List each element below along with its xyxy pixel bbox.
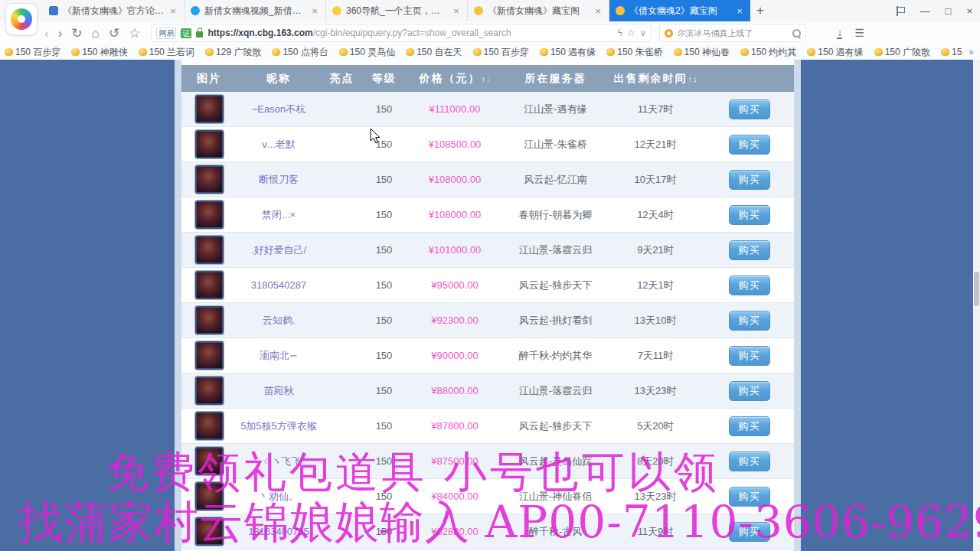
col-header-nickname[interactable]: 昵称 — [237, 72, 321, 86]
close-button[interactable]: × — [966, 6, 972, 16]
bookmark-item[interactable]: 150 自在天 — [406, 46, 462, 59]
character-avatar[interactable] — [195, 306, 224, 334]
bookmark-item[interactable]: 150 朱雀桥 — [606, 46, 662, 59]
buy-button[interactable]: 购买 — [729, 452, 770, 471]
col-header-time[interactable]: 出售剩余时间↑↓ — [606, 72, 704, 86]
buy-button[interactable]: 购买 — [729, 346, 770, 366]
favorites-star-icon[interactable]: ☆ — [129, 27, 140, 40]
buy-button[interactable]: 购买 — [729, 487, 770, 507]
character-avatar[interactable] — [195, 95, 224, 123]
dropdown-caret-icon[interactable]: ∨ — [640, 28, 647, 38]
character-avatar[interactable] — [195, 482, 224, 510]
browser-tab[interactable]: 360导航_一个主页，整个世界× — [326, 0, 468, 21]
lightning-icon[interactable]: ϟ — [617, 28, 622, 38]
nickname-link[interactable]: 禁闭...× — [237, 208, 321, 222]
search-box[interactable]: 尔滨冰马俑真上线了 — [659, 24, 806, 42]
browser-logo-icon[interactable] — [5, 3, 38, 35]
nickname-link[interactable]: 断恨刀客 — [237, 173, 321, 187]
nickname-link[interactable]: 苗宛秋 — [237, 384, 321, 398]
nickname-link[interactable]: ~Eason不杭 — [237, 103, 321, 116]
bookmark-item[interactable]: 150 点将台 — [272, 46, 328, 59]
theme-flag-icon[interactable] — [897, 6, 905, 16]
col-header-level[interactable]: 等级 — [363, 72, 405, 86]
character-avatar[interactable] — [195, 517, 224, 546]
bookmarks-overflow-icon[interactable]: » — [962, 47, 980, 57]
bookmark-item[interactable]: 150 广陵散 — [874, 46, 930, 59]
tab-close-icon[interactable]: × — [735, 5, 744, 17]
nickname-link[interactable]: ν...老默 — [237, 138, 321, 152]
search-icon[interactable] — [792, 29, 801, 37]
scrollbar-thumb[interactable] — [974, 272, 979, 306]
buy-button[interactable]: 购买 — [729, 240, 770, 260]
buy-button[interactable]: 购买 — [729, 416, 770, 436]
buy-button[interactable]: 购买 — [729, 276, 770, 295]
search-input[interactable]: 尔滨冰马俑真上线了 — [677, 28, 789, 39]
url-text[interactable]: https://xqn.cbg.163.com/cgi-bin/equipque… — [207, 28, 612, 38]
buy-button[interactable]: 购买 — [729, 99, 770, 119]
character-avatar[interactable] — [195, 130, 224, 158]
nickname-link[interactable]: 湎南北∽ — [237, 349, 321, 363]
bookmark-item[interactable]: 150 灼灼其 — [740, 46, 796, 59]
bookmark-item[interactable]: 150 神仙眷 — [674, 46, 730, 59]
col-header-image[interactable]: 图片 — [181, 72, 237, 86]
bookmark-item[interactable]: 129 广陵散 — [205, 46, 261, 59]
character-avatar[interactable] — [195, 377, 224, 405]
sort-down-icon[interactable]: ↓ — [693, 74, 697, 83]
browser-tab[interactable]: 新倩女幽魂视频_新倩女幽魂× — [185, 0, 326, 21]
browser-tab[interactable]: 《倩女幽魂2》藏宝阁× — [609, 0, 750, 21]
character-avatar[interactable] — [195, 271, 224, 299]
bookmark-item[interactable]: 150 灵岛仙 — [339, 46, 395, 59]
home-button[interactable]: ⌂ — [92, 27, 100, 40]
bookmark-item[interactable]: 150 遇有缘 — [540, 46, 596, 59]
tab-close-icon[interactable]: × — [310, 5, 319, 17]
restore-button[interactable]: ↺ — [109, 27, 119, 40]
nickname-link[interactable]: .好好爱自己/ — [237, 243, 321, 257]
nickname-link[interactable]: 5加5核5方弹衣猴 — [237, 419, 321, 433]
scrollbar[interactable] — [973, 60, 980, 551]
character-avatar[interactable] — [195, 201, 224, 229]
buy-button[interactable]: 购买 — [729, 522, 770, 542]
nickname-link[interactable]: 3180540287 — [237, 279, 321, 291]
new-tab-button[interactable]: + — [750, 0, 770, 21]
bookmark-item[interactable]: 150 遇有缘 — [807, 46, 863, 59]
forward-button[interactable]: › — [58, 27, 63, 40]
bookmark-item[interactable]: 150 百步穿 — [5, 46, 60, 59]
sort-up-icon[interactable]: ↑ — [688, 74, 693, 83]
tab-close-icon[interactable]: × — [593, 5, 603, 17]
tab-close-icon[interactable]: × — [168, 5, 178, 17]
col-header-price[interactable]: 价格（元）↑↓ — [405, 72, 505, 86]
minimize-button[interactable]: — — [920, 6, 930, 16]
tab-close-icon[interactable]: × — [452, 5, 461, 17]
buy-button[interactable]: 购买 — [729, 170, 770, 190]
refresh-button[interactable]: ↻ — [71, 27, 82, 40]
bookmark-star-icon[interactable]: ☆ — [627, 28, 635, 38]
col-header-server[interactable]: 所在服务器 — [505, 72, 606, 86]
col-header-highlight[interactable]: 亮点 — [321, 72, 363, 86]
buy-button[interactable]: 购买 — [729, 205, 770, 225]
character-avatar[interactable] — [195, 236, 224, 264]
bookmark-item[interactable]: 150 兰若词 — [139, 46, 194, 59]
address-bar[interactable]: 网易 证 https://xqn.cbg.163.com/cgi-bin/equ… — [151, 24, 652, 42]
bookmark-item[interactable]: 150 百步穿 — [473, 46, 529, 59]
sort-down-icon[interactable]: ↓ — [486, 74, 491, 83]
back-button[interactable]: ‹ — [44, 27, 49, 40]
download-icon[interactable]: ↓ — [837, 27, 842, 39]
character-avatar[interactable] — [195, 447, 224, 475]
buy-button[interactable]: 购买 — [729, 311, 770, 331]
character-avatar[interactable] — [195, 341, 224, 370]
buy-button[interactable]: 购买 — [729, 135, 770, 155]
character-avatar[interactable] — [195, 412, 224, 440]
browser-tab[interactable]: 《新倩女幽魂》藏宝阁× — [468, 0, 609, 21]
browser-tab[interactable]: 《新倩女幽魂》官方论坛-超级× — [43, 0, 185, 21]
nickname-link[interactable]: 13163400735 — [237, 526, 321, 537]
character-avatar[interactable] — [195, 165, 224, 194]
maximize-button[interactable]: □ — [946, 6, 952, 16]
nickname-link[interactable]: ゝ☆ヽ飞飞° — [237, 455, 321, 468]
menu-icon[interactable]: ☰ — [854, 28, 864, 38]
bookmark-item[interactable]: 150 神雕侠 — [71, 46, 127, 59]
nickname-link[interactable]: 丶劝仙。 — [237, 490, 321, 504]
sort-up-icon[interactable]: ↑ — [482, 74, 486, 83]
buy-button[interactable]: 购买 — [729, 381, 770, 401]
bookmark-item[interactable]: 150 独步天 — [941, 46, 962, 59]
nickname-link[interactable]: 云知鹤. — [237, 314, 321, 328]
